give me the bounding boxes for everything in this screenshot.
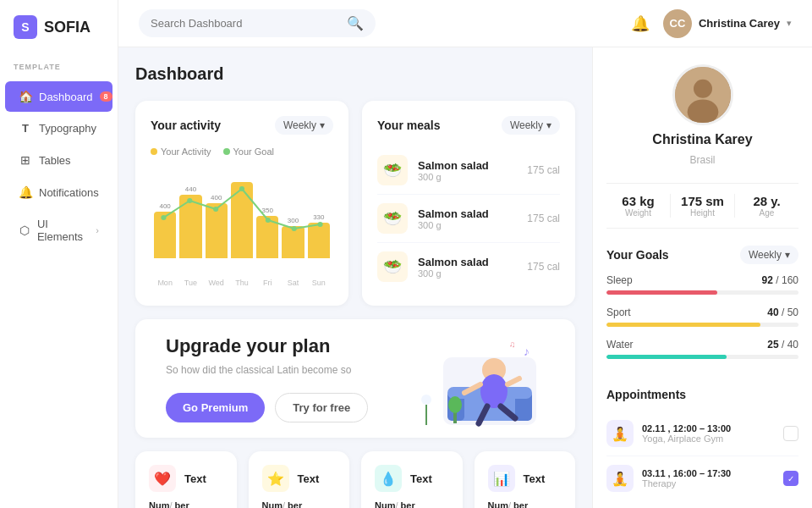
sidebar-label-typography: Typography — [39, 122, 96, 135]
meal-info-2: Salmon salad 300 g — [418, 256, 517, 279]
svg-point-26 — [687, 100, 718, 124]
appt-name-0: Yoga, Airplace Gym — [642, 433, 775, 444]
bars-container: 400 440 400 — [151, 165, 333, 258]
sidebar-nav: 🏠 Dashboard 8 T Typography ⊞ Tables 🔔 No… — [0, 75, 118, 258]
weight-val: 63 kg — [606, 194, 670, 208]
stat-icon-2: 💧 — [375, 465, 402, 492]
meals-list: 🥗 Salmon salad 300 g 175 cal 🥗 Salmon sa… — [377, 146, 560, 290]
appointments-section: Appointments 🧘 02.11 , 12:00 – 13:00 Yog… — [606, 388, 798, 500]
chart-area: 400 440 400 — [151, 165, 333, 275]
goals-filter-dropdown[interactable]: Weekly ▾ — [740, 246, 798, 264]
legend-activity: Your Activity — [151, 146, 211, 157]
sidebar-item-ui-elements[interactable]: ⬡ UI Elements › — [5, 209, 112, 251]
sidebar-label-ui-elements: UI Elements — [37, 218, 89, 243]
appointment-1: 🧘 03.11 , 16:00 – 17:30 Therapy ✓ — [606, 456, 798, 500]
top-cards: Your activity Weekly ▾ Your Activity You… — [135, 101, 575, 306]
sidebar-item-typography[interactable]: T Typography — [5, 113, 112, 143]
appt-name-1: Therapy — [642, 478, 775, 489]
right-panel: Christina Karey Brasil 63 kg Weight 175 … — [592, 47, 812, 508]
dashboard-badge: 8 — [100, 91, 112, 102]
meal-item-1: 🥗 Salmon salad 300 g 175 cal — [377, 195, 560, 243]
bar-sat: 300 — [282, 217, 304, 258]
stat-numval-0: Num/ ber — [149, 497, 223, 508]
ui-elements-icon: ⬡ — [19, 224, 30, 237]
age-val: 28 y. — [735, 194, 798, 208]
goal-water-label: Water — [606, 339, 634, 351]
upgrade-text: Upgrade your plan So how did the classic… — [166, 335, 368, 422]
center-panel: Dashboard Your activity Weekly ▾ Your Ac… — [118, 47, 592, 508]
notifications-icon: 🔔 — [19, 185, 32, 199]
appt-check-0[interactable] — [783, 426, 798, 441]
meals-card: Your meals Weekly ▾ 🥗 Salmon salad 300 g — [362, 101, 575, 306]
meals-filter-chevron: ▾ — [546, 119, 551, 131]
activity-filter-dropdown[interactable]: Weekly ▾ — [275, 116, 333, 135]
stat-numval-1: Num/ ber — [262, 497, 337, 508]
sleep-progress-bar — [606, 290, 798, 295]
sport-progress-bar — [606, 323, 798, 327]
meal-icon-0: 🥗 — [377, 155, 408, 185]
app-name: SOFIA — [44, 19, 91, 36]
sidebar-item-notifications[interactable]: 🔔 Notifications — [5, 177, 112, 207]
stat-age: 28 y. Age — [734, 194, 798, 218]
sidebar-item-dashboard[interactable]: 🏠 Dashboard 8 — [5, 81, 112, 112]
age-label: Age — [735, 208, 798, 218]
stat-title-0: Text — [184, 472, 206, 485]
svg-point-13 — [480, 374, 508, 408]
page-title: Dashboard — [135, 64, 575, 84]
goal-sport-label: Sport — [606, 306, 631, 318]
bar-tue: 440 — [179, 185, 201, 258]
day-labels: Mon Tue Wed Thu Fri Sat Sun — [151, 275, 333, 287]
meal-info-1: Salmon salad 300 g — [418, 207, 517, 230]
stat-card-2: 💧 Text Num/ ber — [361, 451, 463, 508]
meals-filter-dropdown[interactable]: Weekly ▾ — [502, 116, 560, 135]
goal-sleep: Sleep 92 / 160 — [606, 274, 798, 295]
search-input[interactable] — [151, 17, 340, 30]
legend-goal: Your Goal — [223, 146, 275, 157]
meal-item-0: 🥗 Salmon salad 300 g 175 cal — [377, 146, 560, 195]
upgrade-buttons: Go Premium Try for free — [166, 393, 368, 422]
stat-card-3: 📊 Text Num/ ber — [475, 451, 576, 508]
search-box[interactable]: 🔍 — [139, 9, 376, 37]
sidebar-item-tables[interactable]: ⊞ Tables — [5, 145, 112, 175]
meal-icon-1: 🥗 — [377, 203, 408, 234]
activity-card: Your activity Weekly ▾ Your Activity You… — [135, 101, 348, 306]
illustration-svg: ♪ ♫ — [376, 323, 545, 433]
meals-title: Your meals — [377, 119, 440, 132]
water-progress-bar — [606, 355, 798, 359]
stat-icon-0: ❤️ — [149, 465, 176, 492]
meal-info-0: Salmon salad 300 g — [418, 159, 517, 182]
goal-sleep-val: 92 / 160 — [762, 274, 798, 286]
meal-icon-2: 🥗 — [377, 251, 408, 282]
go-premium-button[interactable]: Go Premium — [166, 393, 265, 422]
stat-numval-2: Num/ ber — [375, 497, 449, 508]
user-name: Christina Carey — [699, 17, 780, 30]
typography-icon: T — [19, 122, 32, 135]
appt-check-1[interactable]: ✓ — [783, 471, 798, 486]
logo-icon: S — [14, 15, 37, 39]
activity-filter-chevron: ▾ — [320, 119, 325, 131]
header: 🔍 🔔 CC Christina Carey ▾ — [118, 0, 812, 47]
appt-icon-0: 🧘 — [606, 420, 634, 447]
svg-point-25 — [694, 80, 712, 98]
bottom-stats: ❤️ Text Num/ ber — [135, 451, 575, 508]
goal-water-val: 25 / 40 — [767, 339, 798, 351]
goal-sport: Sport 40 / 50 — [606, 306, 798, 327]
bell-icon[interactable]: 🔔 — [631, 14, 650, 33]
svg-point-21 — [448, 396, 462, 413]
goals-filter-label: Weekly — [749, 249, 782, 261]
goals-section: Your Goals Weekly ▾ Sleep 92 / 160 — [606, 246, 798, 371]
appointments-header: Appointments — [606, 388, 798, 401]
avatar: CC — [663, 9, 692, 38]
try-free-button[interactable]: Try for free — [275, 393, 368, 422]
meal-name-1: Salmon salad — [418, 207, 517, 220]
user-info[interactable]: CC Christina Carey ▾ — [663, 9, 792, 38]
sidebar: S SOFIA TEMPLATE 🏠 Dashboard 8 T Typogra… — [0, 0, 118, 508]
meals-card-header: Your meals Weekly ▾ — [377, 116, 560, 135]
svg-text:♪: ♪ — [524, 345, 529, 358]
svg-point-22 — [421, 395, 431, 405]
chevron-down-icon: ▾ — [787, 18, 792, 29]
stat-card-1: ⭐ Text Num/ ber — [249, 451, 350, 508]
search-icon: 🔍 — [347, 15, 364, 31]
activity-filter-label: Weekly — [283, 119, 316, 131]
profile-name: Christina Karey — [652, 132, 752, 147]
